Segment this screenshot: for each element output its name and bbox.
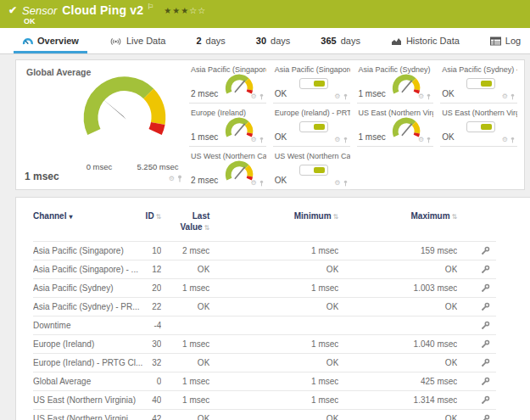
channel-settings-icon[interactable]: [481, 395, 490, 405]
channel-settings-icon[interactable]: [481, 265, 490, 274]
tab-label: Live Data: [126, 36, 165, 46]
cell-channel: US East (Northern Virgini...: [33, 410, 142, 420]
cell-maximum: OK: [338, 260, 457, 279]
channel-tile: US East (Northern Virginia) 1 msec ⚙: [357, 104, 434, 147]
tab-bar: Overview Live Data 2 days 30 days 365 da…: [0, 28, 530, 54]
priority-stars[interactable]: ★★★☆☆: [164, 6, 206, 15]
cell-last-value: [161, 316, 209, 335]
col-header-id[interactable]: ID⇅: [142, 210, 161, 242]
table-header-row: Channel▾ ID⇅ Last Value⇅ Minimum⇅ Maximu…: [33, 210, 496, 242]
tab-log[interactable]: Log: [482, 28, 529, 53]
priority-flag-icon[interactable]: ⚐: [147, 3, 153, 11]
stars-filled[interactable]: ★★★: [164, 6, 189, 15]
status-check-icon: ✔: [8, 4, 17, 16]
tab-30-days[interactable]: 30 days: [248, 28, 299, 53]
cell-actions: [457, 279, 496, 298]
channel-tile-value: 2 msec: [191, 89, 218, 98]
gear-icon[interactable]: ⚙: [418, 137, 424, 143]
pin-icon[interactable]: [427, 93, 431, 100]
channel-settings-icon[interactable]: [481, 358, 490, 367]
tile-actions: ⚙: [251, 137, 264, 143]
tab-live-data[interactable]: Live Data: [101, 28, 174, 53]
channel-settings-icon[interactable]: [481, 246, 490, 255]
gear-icon[interactable]: ⚙: [418, 93, 424, 100]
cell-maximum: 1.040 msec: [338, 335, 457, 354]
cell-channel: Asia Pacific (Sydney) - PR...: [33, 298, 142, 316]
cell-id: 0: [142, 372, 161, 391]
ok-switch: [299, 165, 328, 176]
gear-icon[interactable]: ⚙: [502, 137, 508, 143]
pin-icon[interactable]: [343, 180, 348, 187]
channel-tile: Asia Pacific (Sydney) - PRTG ... OK ⚙: [440, 60, 517, 104]
channel-tile: US East (Northern Virginia) - ... OK ⚙: [440, 104, 517, 147]
cell-id: 22: [142, 298, 161, 316]
gear-icon[interactable]: ⚙: [334, 137, 340, 143]
channel-settings-icon[interactable]: [481, 321, 490, 330]
cell-channel: Asia Pacific (Singapore): [33, 242, 142, 260]
gear-icon[interactable]: ⚙: [334, 180, 340, 187]
pin-icon[interactable]: [259, 137, 264, 143]
tab-number: 30: [256, 36, 266, 46]
gauge-needle: [235, 81, 244, 92]
channel-settings-icon[interactable]: [481, 377, 490, 386]
cell-id: 30: [142, 335, 161, 354]
col-header-minimum[interactable]: Minimum⇅: [209, 210, 338, 242]
channel-tile: Asia Pacific (Singapore) 2 msec ⚙: [189, 60, 266, 104]
cell-channel: Europe (Ireland) - PRTG Cl...: [33, 354, 142, 372]
cell-last-value: 1 msec: [161, 391, 209, 410]
cell-channel: Europe (Ireland): [33, 335, 142, 354]
pin-icon[interactable]: [343, 137, 348, 143]
switch-knob: [314, 124, 325, 130]
tab-label: days: [341, 36, 360, 46]
pin-icon[interactable]: [510, 137, 515, 143]
pin-icon[interactable]: [259, 93, 264, 100]
switch-knob: [314, 81, 325, 87]
tile-actions: ⚙: [502, 93, 515, 100]
gear-icon[interactable]: ⚙: [169, 176, 175, 182]
pin-icon[interactable]: [343, 93, 348, 100]
tab-historic-data[interactable]: Historic Data: [382, 28, 468, 53]
sort-icon: ⇅: [156, 213, 162, 221]
channel-settings-icon[interactable]: [481, 283, 490, 293]
channel-tile: Europe (Ireland) - PRTG Cloud... OK ⚙: [273, 104, 350, 147]
col-header-last-value[interactable]: Last Value⇅: [161, 210, 209, 242]
gear-icon[interactable]: ⚙: [334, 93, 340, 100]
cell-id: 10: [142, 242, 161, 260]
gauge-needle: [235, 167, 244, 178]
channel-settings-icon[interactable]: [481, 302, 490, 311]
channel-tile: US West (Northern California) 2 msec ⚙: [189, 147, 266, 190]
gear-icon[interactable]: ⚙: [251, 180, 257, 187]
pin-icon[interactable]: [177, 175, 182, 182]
cell-channel: Asia Pacific (Singapore) - ...: [33, 260, 142, 279]
sensor-kind-label: Sensor: [22, 4, 57, 17]
col-header-maximum[interactable]: Maximum⇅: [338, 210, 457, 242]
tab-2-days[interactable]: 2 days: [187, 28, 233, 53]
cell-last-value: 1 msec: [161, 335, 209, 354]
channel-settings-icon[interactable]: [481, 414, 490, 420]
channel-settings-icon[interactable]: [481, 339, 490, 349]
tile-actions: ⚙: [418, 93, 431, 100]
stars-empty[interactable]: ☆☆: [189, 6, 206, 15]
cell-maximum: 159 msec: [338, 242, 457, 260]
cell-channel: Downtime: [33, 316, 142, 335]
table-row: Europe (Ireland) 30 1 msec 1 msec 1.040 …: [33, 335, 496, 354]
tab-label: Historic Data: [406, 36, 460, 46]
cell-maximum: [338, 316, 457, 335]
tab-label: days: [206, 36, 226, 46]
tab-365-days[interactable]: 365 days: [312, 28, 369, 53]
pin-icon[interactable]: [510, 93, 515, 100]
pin-icon[interactable]: [259, 180, 264, 187]
tile-actions: ⚙: [251, 93, 264, 100]
col-header-channel[interactable]: Channel▾: [33, 210, 142, 242]
cell-actions: [457, 316, 496, 335]
gear-icon[interactable]: ⚙: [251, 93, 257, 100]
gear-icon[interactable]: ⚙: [251, 137, 257, 143]
channel-table-body: Asia Pacific (Singapore) 10 2 msec 1 mse…: [33, 242, 496, 420]
cell-last-value: 1 msec: [161, 279, 209, 298]
tab-overview[interactable]: Overview: [14, 28, 87, 53]
gear-icon[interactable]: ⚙: [502, 93, 508, 100]
table-row: Asia Pacific (Singapore) 10 2 msec 1 mse…: [33, 242, 496, 260]
tile-actions: ⚙: [418, 137, 431, 143]
pin-icon[interactable]: [427, 137, 431, 143]
cell-minimum: OK: [209, 298, 338, 316]
